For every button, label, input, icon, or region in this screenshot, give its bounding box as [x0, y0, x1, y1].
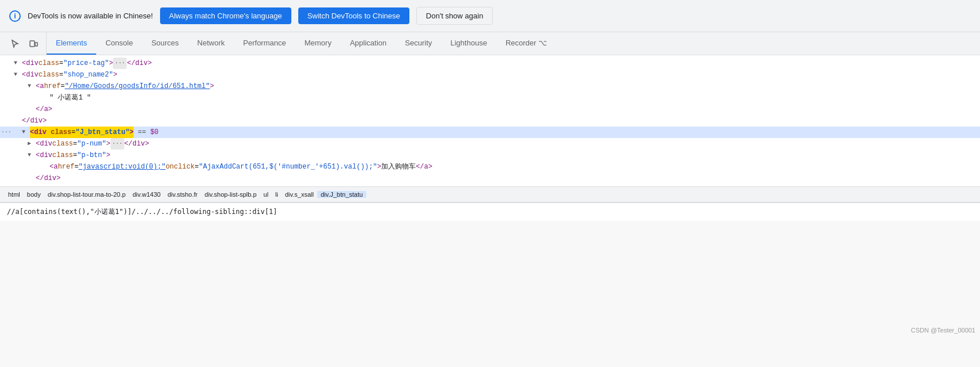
watermark: CSDN @Tester_00001 — [911, 327, 975, 334]
breadcrumb-item-7[interactable]: li — [272, 191, 282, 198]
tab-security[interactable]: Security — [396, 32, 441, 55]
xpath-bar: //a[contains(text(),"小诺葛1")]/../../../fo… — [0, 202, 980, 221]
code-line-1[interactable]: <div class="price-tag">···</div> — [0, 58, 980, 69]
triangle-3[interactable] — [28, 81, 36, 92]
triangle-7[interactable] — [22, 127, 30, 138]
code-line-7[interactable]: ··· <div class="J_btn_statu"> == $0 — [0, 127, 980, 138]
switch-to-chinese-button[interactable]: Switch DevTools to Chinese — [298, 7, 409, 24]
xpath-value: //a[contains(text(),"小诺葛1")]/../../../fo… — [7, 207, 277, 217]
tab-icon-area — [2, 32, 47, 55]
code-area: <div class="price-tag">···</div> <div cl… — [0, 55, 980, 186]
svg-rect-1 — [35, 43, 37, 46]
tabs-bar: Elements Console Sources Network Perform… — [0, 32, 980, 55]
breadcrumb-item-8[interactable]: div.s_xsall — [282, 191, 317, 198]
tab-sources[interactable]: Sources — [142, 32, 188, 55]
dont-show-again-button[interactable]: Don't show again — [416, 7, 493, 25]
svg-rect-0 — [30, 41, 35, 47]
code-line-11[interactable]: </div> — [0, 173, 980, 184]
code-line-5[interactable]: </a> — [0, 104, 980, 115]
breadcrumb-item-5[interactable]: div.shop-list-splb.p — [201, 191, 260, 198]
breadcrumb-item-2[interactable]: div.shop-list-tour.ma-to-20.p — [44, 191, 130, 198]
tab-console[interactable]: Console — [96, 32, 142, 55]
tab-elements[interactable]: Elements — [47, 32, 96, 55]
notification-message: DevTools is now available in Chinese! — [28, 12, 153, 20]
breadcrumb-item-1[interactable]: body — [24, 191, 44, 198]
code-line-9[interactable]: <div class="p-btn"> — [0, 150, 980, 161]
code-line-2[interactable]: <div class="shop_name2"> — [0, 69, 980, 81]
tab-application[interactable]: Application — [341, 32, 396, 55]
tab-lighthouse[interactable]: Lighthouse — [441, 32, 496, 55]
code-line-3[interactable]: <a href="/Home/Goods/goodsInfo/id/651.ht… — [0, 81, 980, 92]
triangle-8[interactable] — [28, 138, 36, 150]
device-icon[interactable] — [25, 36, 41, 52]
breadcrumb-item-4[interactable]: div.stsho.fr — [164, 191, 201, 198]
triangle-1[interactable] — [14, 58, 22, 69]
tab-memory[interactable]: Memory — [295, 32, 341, 55]
always-match-language-button[interactable]: Always match Chrome's language — [160, 7, 291, 24]
info-icon: i — [9, 10, 21, 22]
code-line-10[interactable]: <a href="javascript:void(0);" onclick="A… — [0, 161, 980, 173]
breadcrumb-item-3[interactable]: div.w1430 — [129, 191, 164, 198]
triangle-9[interactable] — [28, 150, 36, 161]
code-line-8[interactable]: <div class="p-num">···</div> — [0, 138, 980, 150]
breadcrumb-item-6[interactable]: ul — [260, 191, 272, 198]
notification-bar: i DevTools is now available in Chinese! … — [0, 0, 980, 32]
breadcrumb-item-0[interactable]: html — [5, 191, 24, 198]
tab-performance[interactable]: Performance — [234, 32, 295, 55]
tab-network[interactable]: Network — [188, 32, 234, 55]
code-line-4[interactable]: " 小诺葛1 " — [0, 92, 980, 104]
cursor-icon[interactable] — [7, 36, 23, 52]
code-line-6[interactable]: </div> — [0, 115, 980, 127]
breadcrumb-item-9[interactable]: div.J_btn_statu — [317, 191, 366, 198]
tab-recorder[interactable]: Recorder ⌥ — [496, 32, 556, 55]
triangle-2[interactable] — [14, 69, 22, 81]
breadcrumb-bar: html body div.shop-list-tour.ma-to-20.p … — [0, 186, 980, 202]
